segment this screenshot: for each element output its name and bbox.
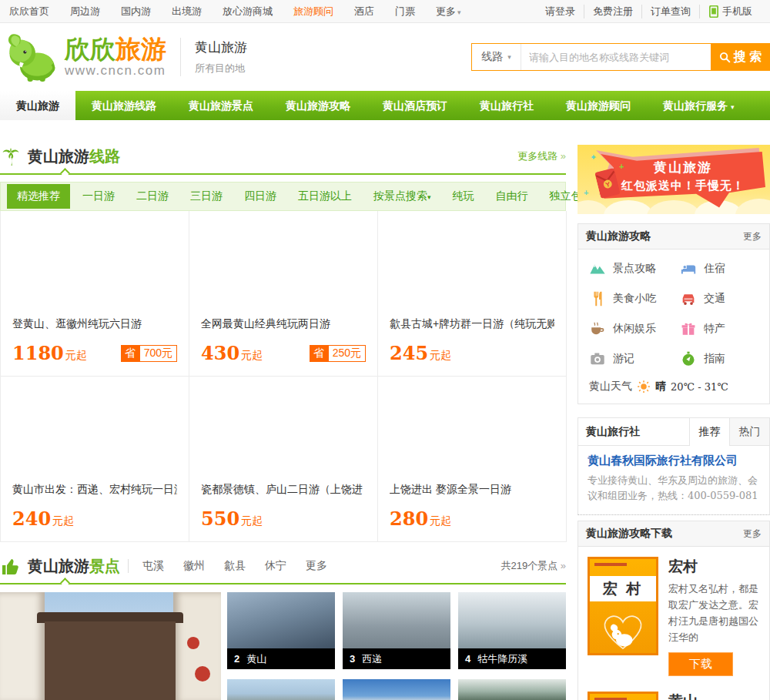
search-category-select[interactable]: 线路 ▾ <box>472 44 521 70</box>
photo-caption: 2黄山 <box>227 648 335 669</box>
price: 240 <box>12 507 51 530</box>
chevron-down-icon: ▾ <box>427 193 431 201</box>
tour-card[interactable]: 上饶进出 婺源全景一日游 280元起 <box>378 377 567 542</box>
nav-tab-guide[interactable]: 黄山旅游攻略 <box>270 91 367 120</box>
guide-item-leisure[interactable]: 休闲娱乐 <box>589 320 680 337</box>
guidebook-name[interactable]: 宏村 <box>668 557 760 577</box>
topbar-link-mall[interactable]: 放心游商城 <box>223 5 273 18</box>
tour-card[interactable]: 全网最黄山经典纯玩两日游 430元起 省250元 <box>189 211 378 377</box>
agency-box: 黄山旅行社 推荐 热门 黄山春秋国际旅行社有限公司 专业接待黄山、华东及周边的旅… <box>578 417 770 515</box>
topbar-link-more[interactable]: 更多▾ <box>436 5 461 18</box>
topbar-link-domestic[interactable]: 国内游 <box>121 5 151 18</box>
spot-filter-huizhou[interactable]: 徽州 <box>183 559 205 573</box>
search-input[interactable] <box>521 44 711 70</box>
destination-title: 黄山旅游 <box>195 39 247 56</box>
topbar-link-nearby[interactable]: 周边游 <box>70 5 100 18</box>
brand-block[interactable]: 欣欣旅游 www.cncn.com <box>65 35 166 79</box>
lines-filter-bar: 精选推荐 一日游 二日游 三日游 四日游 五日游以上 按景点搜索▾ 纯玩 自由行… <box>0 182 566 211</box>
agency-hotline: 400-0559-081 <box>688 490 758 501</box>
guide-box-title: 黄山旅游攻略 <box>586 229 651 243</box>
nav-tab-agency[interactable]: 黄山旅行社 <box>464 91 550 120</box>
tour-card[interactable]: 瓷都景德镇、庐山二日游（上饶进 550元起 <box>189 377 378 542</box>
red-packet-promo-banner[interactable]: 黄山旅游 红包派送中！手慢无！ ✦ + + <box>578 145 770 214</box>
more-lines-link[interactable]: 更多线路 » <box>517 149 566 163</box>
heart-elephant-graphic <box>595 604 651 653</box>
filter-4day[interactable]: 四日游 <box>244 189 276 203</box>
price: 550 <box>201 507 239 530</box>
nav-tab-consultant[interactable]: 黄山旅游顾问 <box>550 91 647 120</box>
nav-tab-hotel[interactable]: 黄山酒店预订 <box>367 91 464 120</box>
download-button[interactable]: 下载 <box>668 652 733 676</box>
login-link[interactable]: 请登录 <box>537 5 584 18</box>
spot-filter-shexian[interactable]: 歙县 <box>224 559 246 573</box>
spot-photo-large[interactable] <box>0 592 221 700</box>
search-button[interactable]: 搜 索 <box>711 44 769 70</box>
spot-photo[interactable] <box>458 679 566 700</box>
mobile-version-link[interactable]: 手机版 <box>699 5 761 18</box>
guide-item-transport[interactable]: 交通 <box>680 290 760 307</box>
camera-icon <box>589 350 606 367</box>
tour-card[interactable]: 黄山市出发：西递、宏村纯玩一日游 240元起 <box>1 377 189 542</box>
guide-more-link[interactable]: 更多 <box>743 230 762 243</box>
tour-card[interactable]: 登黄山、逛徽州纯玩六日游 1180元起 省700元 <box>1 211 189 377</box>
agency-tab-recommended[interactable]: 推荐 <box>689 418 729 446</box>
spot-photo[interactable]: 3西递 <box>343 592 450 669</box>
guide-item-lodging[interactable]: 住宿 <box>680 260 760 277</box>
filter-1day[interactable]: 一日游 <box>82 189 115 203</box>
topbar-link-outbound[interactable]: 出境游 <box>172 5 202 18</box>
nav-tab-huangshan[interactable]: 黄山旅游 <box>0 91 75 120</box>
palm-tree-icon <box>0 146 22 167</box>
guidebook-cover[interactable]: 宏 村 <box>588 557 658 655</box>
phone-icon <box>708 5 719 18</box>
filter-pure-play[interactable]: 纯玩 <box>453 189 474 203</box>
nav-tab-service[interactable]: 黄山旅行服务 ▾ <box>647 91 750 120</box>
guide-item-food[interactable]: 美食小吃 <box>589 290 680 307</box>
all-destinations-link[interactable]: 所有目的地 <box>195 62 247 75</box>
topbar-link-consultant[interactable]: 旅游顾问 <box>293 5 333 18</box>
order-query-link[interactable]: 订单查询 <box>641 5 699 18</box>
spot-count-link[interactable]: 共219个景点 » <box>500 559 566 573</box>
nav-tab-lines[interactable]: 黄山旅游线路 <box>75 91 172 120</box>
guide-item-spots[interactable]: 景点攻略 <box>589 260 680 277</box>
topbar-link-hotel[interactable]: 酒店 <box>354 5 374 18</box>
spot-photo[interactable]: 2黄山 <box>227 592 335 669</box>
topbar-link-home[interactable]: 欣欣首页 <box>9 5 49 18</box>
filter-featured[interactable]: 精选推荐 <box>7 184 70 209</box>
sparkle-icon: + <box>584 188 588 197</box>
guide-item-specialty[interactable]: 特产 <box>680 320 760 337</box>
weather-row: 黄山天气 晴 20℃ - 31℃ <box>589 380 769 394</box>
spot-filter-xiuning[interactable]: 休宁 <box>265 559 286 573</box>
guidebook-name[interactable]: 黄山 <box>668 692 760 700</box>
weather-condition: 晴 <box>655 380 666 394</box>
nav-tab-spots[interactable]: 黄山旅游景点 <box>172 91 270 120</box>
register-link[interactable]: 免费注册 <box>584 5 641 18</box>
guide-item-manual[interactable]: 指南 <box>680 350 760 367</box>
sparkle-icon: ✦ <box>590 152 597 162</box>
download-more-link[interactable]: 更多 <box>743 528 762 541</box>
guide-item-travelogue[interactable]: 游记 <box>589 350 680 367</box>
filter-free-travel[interactable]: 自由行 <box>496 189 528 203</box>
filter-by-spot[interactable]: 按景点搜索▾ <box>373 189 431 203</box>
tour-image <box>390 211 554 317</box>
mountains-icon <box>589 260 606 277</box>
filter-5day-plus[interactable]: 五日游以上 <box>298 189 352 203</box>
section-underline <box>0 173 566 175</box>
tour-card[interactable]: 歙县古城+牌坊群一日游（纯玩无购 245元起 <box>378 211 567 377</box>
spot-filter-more[interactable]: 更多 <box>306 559 327 573</box>
tour-image <box>390 377 554 483</box>
agency-name-link[interactable]: 黄山春秋国际旅行社有限公司 <box>588 454 760 468</box>
topbar-link-ticket[interactable]: 门票 <box>395 5 415 18</box>
guidebook-cover[interactable]: 黄 山 <box>588 692 658 700</box>
spot-photo[interactable]: 4牯牛降历溪 <box>458 592 566 669</box>
filter-2day[interactable]: 二日游 <box>136 189 169 203</box>
filter-3day[interactable]: 三日游 <box>190 189 223 203</box>
spot-filter-tunxi[interactable]: 屯溪 <box>142 559 164 573</box>
chevron-down-icon: ▾ <box>507 53 511 61</box>
top-utility-bar: 欣欣首页 周边游 国内游 出境游 放心游商城 旅游顾问 酒店 门票 更多▾ 请登… <box>0 0 770 23</box>
agency-tab-hot[interactable]: 热门 <box>729 418 769 445</box>
spot-photo[interactable] <box>343 679 450 700</box>
spot-photo[interactable] <box>227 679 335 700</box>
search-bar: 线路 ▾ 搜 索 <box>471 43 770 71</box>
cncn-elephant-logo[interactable] <box>2 26 63 88</box>
sparkle-icon: + <box>619 162 624 171</box>
